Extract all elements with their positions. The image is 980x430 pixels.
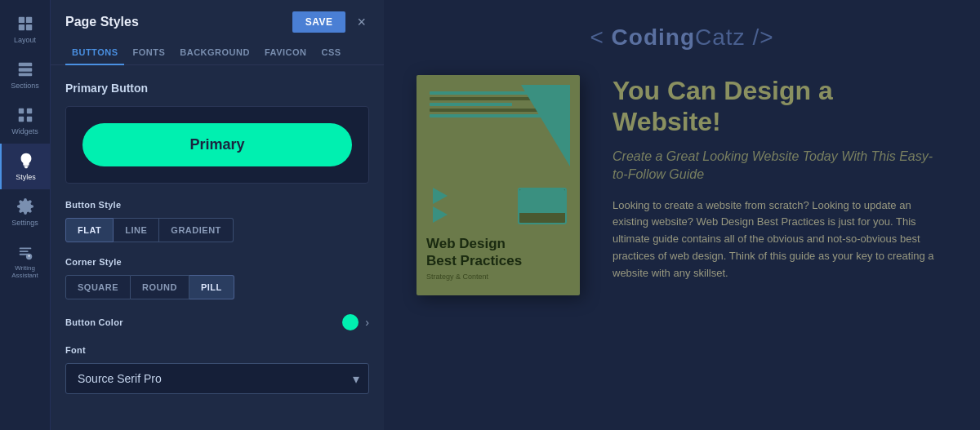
preview-text-area: You Can Design a Website! Create a Great… <box>612 75 947 282</box>
svg-rect-0 <box>18 17 24 23</box>
preview-content: Web DesignBest Practices Strategy & Cont… <box>416 75 947 295</box>
panel-title: Page Styles <box>65 15 139 29</box>
button-style-gradient[interactable]: GRADIENT <box>159 218 233 242</box>
logo-suffix: Catz /> <box>695 24 773 50</box>
sidebar-item-label-styles: Styles <box>16 173 36 181</box>
svg-rect-3 <box>25 24 31 30</box>
svg-rect-8 <box>26 109 31 113</box>
button-style-line[interactable]: LINE <box>114 218 159 242</box>
close-button[interactable]: × <box>354 15 369 29</box>
book-cover-top <box>426 85 570 231</box>
logo-prefix: < <box>590 24 611 50</box>
icon-sidebar: Layout Sections Widgets Styles <box>0 0 51 430</box>
sidebar-item-settings[interactable]: Settings <box>0 189 50 235</box>
sidebar-item-label-layout: Layout <box>14 36 36 44</box>
sidebar-item-writing-assistant[interactable]: Writing Assistant <box>0 235 50 287</box>
panel-content: Primary Button Primary Button Style FLAT… <box>51 65 384 430</box>
book-title: Web DesignBest Practices <box>426 236 570 269</box>
site-logo: < CodingCatz /> <box>590 24 773 51</box>
svg-rect-4 <box>18 63 32 67</box>
sidebar-item-label-settings: Settings <box>11 219 38 227</box>
tab-favicon[interactable]: FAVICON <box>258 41 314 65</box>
tab-css[interactable]: CSS <box>315 41 348 65</box>
book-monitor <box>518 188 567 224</box>
svg-rect-6 <box>18 73 32 77</box>
font-select-wrap: Source Serif Pro Roboto Open Sans Lato M… <box>65 363 369 394</box>
save-button[interactable]: SAVE <box>292 11 346 33</box>
preview-heading: You Can Design a Website! <box>612 75 947 138</box>
preview-body: Looking to create a website from scratch… <box>612 197 947 282</box>
corner-square[interactable]: SQUARE <box>65 275 131 299</box>
color-swatch[interactable] <box>342 314 359 330</box>
button-preview-box: Primary <box>65 106 369 184</box>
sidebar-item-layout[interactable]: Layout <box>0 7 50 52</box>
color-swatch-wrap[interactable]: › <box>342 314 369 330</box>
sidebar-item-widgets[interactable]: Widgets <box>0 98 50 144</box>
book-subtitle: Strategy & Content <box>426 273 570 281</box>
svg-rect-1 <box>25 17 31 23</box>
logo-brand: Coding <box>612 24 695 50</box>
corner-pill[interactable]: PILL <box>189 275 234 299</box>
svg-rect-12 <box>24 166 28 168</box>
button-style-label: Button Style <box>65 200 369 210</box>
book-arrow-1 <box>433 188 448 204</box>
tab-background[interactable]: BACKGROUND <box>173 41 256 65</box>
page-styles-panel: Page Styles SAVE × BUTTONS FONTS BACKGRO… <box>51 0 384 430</box>
book-triangle-shape <box>521 85 570 166</box>
sidebar-item-styles[interactable]: Styles <box>0 144 50 189</box>
book-arrows <box>433 188 448 223</box>
svg-rect-11 <box>24 166 29 167</box>
svg-rect-5 <box>18 68 32 72</box>
corner-style-label: Corner Style <box>65 257 369 267</box>
settings-icon <box>16 197 34 215</box>
widgets-icon <box>16 106 34 124</box>
styles-icon <box>17 152 35 170</box>
svg-rect-2 <box>18 24 24 30</box>
book-arrow-2 <box>433 206 448 223</box>
button-style-group: FLAT LINE GRADIENT <box>65 218 369 242</box>
panel-header: Page Styles SAVE × <box>51 0 384 41</box>
font-label: Font <box>65 345 369 355</box>
book-monitor-screen <box>519 189 565 213</box>
primary-button-section-title: Primary Button <box>65 82 369 95</box>
book-cover: Web DesignBest Practices Strategy & Cont… <box>416 75 580 295</box>
main-preview: < CodingCatz /> <box>384 0 980 430</box>
font-select[interactable]: Source Serif Pro Roboto Open Sans Lato M… <box>65 363 369 394</box>
svg-rect-15 <box>19 250 28 252</box>
corner-round[interactable]: ROUND <box>131 275 189 299</box>
tab-fonts[interactable]: FONTS <box>126 41 172 65</box>
button-color-label: Button Color <box>65 317 123 327</box>
color-arrow-icon[interactable]: › <box>365 316 369 329</box>
svg-rect-9 <box>18 117 23 122</box>
book-line-3 <box>430 103 512 106</box>
svg-rect-10 <box>26 117 31 122</box>
book-triangle <box>521 85 570 166</box>
sidebar-item-sections[interactable]: Sections <box>0 52 50 98</box>
layout-icon <box>16 15 34 33</box>
sections-icon <box>16 60 34 78</box>
primary-button-preview[interactable]: Primary <box>82 123 352 166</box>
button-style-flat[interactable]: FLAT <box>65 218 114 242</box>
writing-assistant-icon <box>16 243 34 261</box>
sidebar-item-label-writing-assistant: Writing Assistant <box>3 264 47 279</box>
preview-subheading: Create a Great Looking Website Today Wit… <box>612 148 947 184</box>
panel-tabs: BUTTONS FONTS BACKGROUND FAVICON CSS <box>51 41 384 65</box>
tab-buttons[interactable]: BUTTONS <box>65 41 124 65</box>
button-color-row: Button Color › <box>65 314 369 330</box>
corner-style-group: SQUARE ROUND PILL <box>65 275 369 299</box>
svg-rect-7 <box>18 109 23 113</box>
book-title-area: Web DesignBest Practices Strategy & Cont… <box>426 231 570 286</box>
sidebar-item-label-sections: Sections <box>11 82 39 90</box>
svg-rect-14 <box>19 248 31 250</box>
sidebar-item-label-widgets: Widgets <box>11 127 38 135</box>
